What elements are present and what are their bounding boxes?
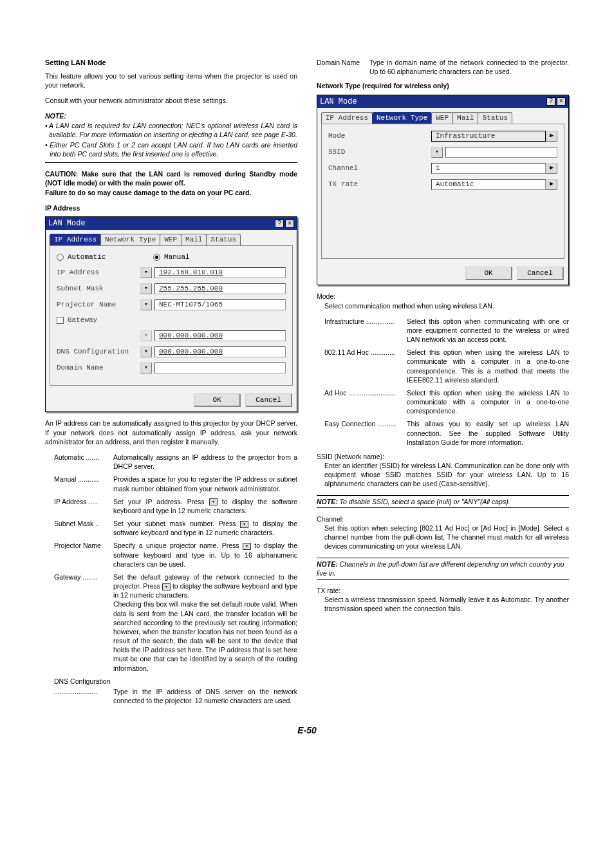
label-domain: Domain Name: [57, 363, 140, 373]
tab-ip-address[interactable]: IP Address: [321, 112, 373, 124]
ssid-head: SSID (Network name):: [317, 452, 569, 461]
heading-setting-lan: Setting LAN Mode: [45, 58, 297, 68]
dialog-tabs: IP Address Network Type WEP Mail Status: [317, 108, 568, 124]
field-mode[interactable]: Infrastructure: [431, 131, 546, 142]
keyboard-icon[interactable]: ▾: [140, 346, 152, 357]
label-ssid: SSID: [328, 147, 431, 157]
def-mask-desc: Set your subnet mask number. Press ▾ to …: [113, 519, 297, 537]
note-label: NOTE:: [317, 498, 338, 505]
intro-1: This feature allows you to set various s…: [45, 71, 297, 90]
field-ip-address[interactable]: 192.168.010.010: [154, 267, 286, 278]
keyboard-icon[interactable]: ▾: [140, 363, 152, 373]
tab-ip-address[interactable]: IP Address: [50, 234, 101, 245]
channel-desc: Set this option when selecting [802.11 A…: [324, 524, 569, 551]
checkbox-gateway[interactable]: [57, 317, 64, 324]
keyboard-icon[interactable]: ▾: [140, 299, 152, 310]
tab-mail[interactable]: Mail: [452, 112, 478, 124]
def-mask-term: Subnet Mask ..: [54, 519, 113, 537]
tx-head: TX rate:: [317, 586, 569, 595]
ok-button[interactable]: OK: [194, 393, 240, 407]
close-icon[interactable]: ×: [285, 220, 294, 228]
channel-note: Channels in the pull-down list are diffe…: [317, 560, 564, 577]
field-subnet-mask[interactable]: 255.255.255.000: [154, 283, 286, 294]
ssid-desc: Enter an identifier (SSID) for wireless …: [324, 461, 569, 489]
radio-automatic[interactable]: [57, 254, 64, 261]
radio-automatic-label: Automatic: [68, 252, 106, 262]
label-subnet-mask: Subnet Mask: [57, 284, 140, 294]
note-bullet-1: A LAN card is required for LAN connectio…: [49, 121, 297, 139]
dropdown-icon[interactable]: ▶: [546, 131, 557, 142]
help-icon[interactable]: ?: [546, 97, 555, 106]
def-easy-term: Easy Connection ..........: [324, 419, 407, 447]
keyboard-icon[interactable]: ▾: [431, 147, 443, 158]
tab-status[interactable]: Status: [206, 234, 241, 245]
def-dns-head: DNS Configuration: [54, 677, 297, 686]
note-label: NOTE:: [317, 560, 338, 568]
field-tx-rate[interactable]: Automatic: [431, 179, 546, 190]
tab-status[interactable]: Status: [478, 112, 512, 124]
tx-desc: Select a wireless transmission speed. No…: [324, 595, 569, 613]
def-infra-desc: Select this option when communicating wi…: [407, 317, 569, 344]
keyboard-icon: ▾: [162, 583, 171, 590]
keyboard-icon: ▾: [240, 521, 248, 528]
help-icon[interactable]: ?: [275, 220, 284, 228]
field-channel[interactable]: 1: [431, 163, 546, 174]
ip-auto-para: An IP address can be automatically assig…: [45, 419, 297, 446]
field-projector-name[interactable]: NEC-MT1075/1065: [154, 299, 286, 310]
keyboard-icon: ▾: [209, 498, 218, 505]
tab-wep[interactable]: WEP: [431, 112, 453, 124]
def-80211-desc: Select this option when using the wirele…: [407, 348, 569, 384]
channel-head: Channel:: [317, 514, 569, 524]
ssid-note-block: NOTE: To disable SSID, select a space (n…: [317, 495, 569, 508]
field-domain[interactable]: [154, 363, 286, 373]
dropdown-icon[interactable]: ▶: [546, 163, 557, 174]
note-bullet-2: Either PC Card Slots 1 or 2 can accept L…: [50, 140, 297, 158]
def-dns-term: .......................: [54, 687, 113, 705]
lan-mode-dialog-network: LAN Mode ? × IP Address Network Type WEP…: [317, 95, 569, 286]
tab-wep[interactable]: WEP: [160, 234, 181, 245]
channel-note-block: NOTE: Channels in the pull-down list are…: [317, 558, 569, 580]
tab-network-type[interactable]: Network Type: [100, 234, 160, 245]
note-label: NOTE:: [45, 112, 66, 120]
dropdown-icon[interactable]: ▶: [546, 179, 557, 190]
keyboard-icon: ▾: [243, 543, 251, 550]
field-gateway[interactable]: 000.000.000.000: [154, 330, 286, 341]
network-type-heading: Network Type (required for wireless only…: [317, 81, 569, 90]
keyboard-icon[interactable]: ▾: [140, 283, 152, 294]
keyboard-icon[interactable]: ▾: [140, 267, 152, 278]
def-80211-term: 802.11 Ad Hoc .............: [324, 348, 407, 384]
def-dns-desc: Type in the IP address of DNS server on …: [113, 687, 297, 705]
label-ip-address: IP Address: [57, 268, 140, 278]
radio-manual[interactable]: [153, 254, 160, 261]
mode-head: Mode:: [317, 292, 569, 301]
lan-mode-dialog-ip: LAN Mode ? × IP Address Network Type WEP…: [45, 216, 297, 413]
def-gw-term: Gateway ........: [54, 572, 113, 673]
cancel-button[interactable]: Cancel: [517, 267, 563, 280]
mode-desc: Select communication method when using w…: [324, 301, 569, 310]
def-gw-desc: Set the default gateway of the network c…: [113, 572, 297, 673]
tab-mail[interactable]: Mail: [181, 234, 207, 245]
close-icon[interactable]: ×: [557, 97, 566, 106]
cancel-button[interactable]: Cancel: [245, 393, 292, 407]
dialog-tabs: IP Address Network Type WEP Mail Status: [46, 230, 297, 245]
def-proj-desc: Specify a unique projector name. Press ▾…: [113, 541, 297, 569]
intro-2: Consult with your network administrator …: [45, 96, 297, 105]
def-easy-desc: This allows you to easily set up wireles…: [407, 419, 569, 447]
def-proj-term: Projector Name: [54, 541, 113, 569]
def-ip-desc: Set your IP address. Press ▾ to display …: [113, 497, 297, 515]
def-manual-term: Manual ...........: [54, 475, 113, 493]
def-domain-desc: Type in domain name of the network conne…: [369, 58, 569, 76]
keyboard-icon[interactable]: ▾: [140, 330, 152, 341]
field-ssid[interactable]: [445, 147, 557, 158]
label-dns: DNS Configuration: [57, 347, 140, 357]
def-infra-term: Infrastructure ...............: [324, 317, 407, 344]
label-tx-rate: TX rate: [328, 180, 431, 189]
tab-network-type[interactable]: Network Type: [372, 112, 432, 124]
field-dns[interactable]: 000.000.000.000: [154, 346, 286, 357]
def-automatic-desc: Automatically assigns an IP address to t…: [113, 453, 297, 471]
def-domain-term: Domain Name: [317, 58, 369, 76]
label-mode: Mode: [328, 131, 431, 141]
def-manual-desc: Provides a space for you to register the…: [113, 475, 297, 493]
ok-button[interactable]: OK: [465, 267, 512, 280]
label-gateway: Gateway: [68, 316, 97, 325]
